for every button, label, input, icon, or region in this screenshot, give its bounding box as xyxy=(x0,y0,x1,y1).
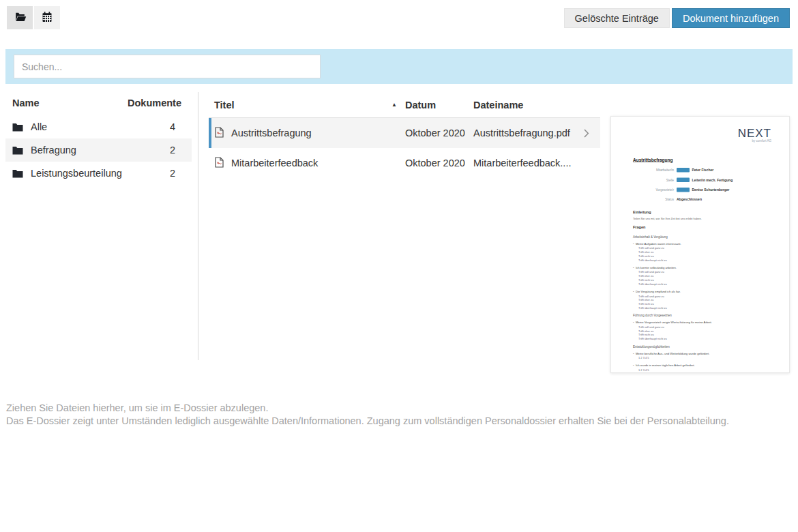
question-item: •Meine Vorgesetzte/r zeigte Wertschätzun… xyxy=(633,321,771,341)
search-banner xyxy=(5,49,793,84)
document-preview[interactable]: NEXT by comfort AG Austrittsbefragung Mi… xyxy=(610,116,790,373)
einleitung-text: Teilen Sie uns mit, wie Sie Ihre Zeit be… xyxy=(633,217,771,220)
document-title: Austrittsbefragung xyxy=(231,128,312,138)
question-group: Entwicklungsmöglichkeiten •Meine berufli… xyxy=(633,344,771,372)
folder-panel: Name Dokumente Alle 4 Befragung 2 Leistu… xyxy=(5,92,198,360)
fragen-heading: Fragen xyxy=(633,225,771,229)
question-list: •Meine berufliche Aus- und Weiterbildung… xyxy=(633,351,771,372)
folder-list-item[interactable]: Leistungsbeurteilung 2 xyxy=(5,162,192,185)
calendar-view-button[interactable] xyxy=(34,6,60,29)
preview-field-value: Abgeschlossen xyxy=(677,198,702,202)
folder-icon xyxy=(12,146,24,155)
question-text: •Meine berufliche Aus- und Weiterbildung… xyxy=(633,351,771,355)
hint-block: Ziehen Sie Dateien hierher, um sie im E-… xyxy=(6,402,729,427)
document-row[interactable]: Mitarbeiterfeedback Oktober 2020 Mitarbe… xyxy=(209,148,600,178)
next-logo: NEXT xyxy=(633,127,771,138)
document-table: Titel ▲ Datum Dateiname Austrittsbefragu… xyxy=(209,92,600,178)
dropzone-hint: Ziehen Sie Dateien hierher, um sie im E-… xyxy=(6,402,729,415)
e-dossier-app: Gelöschte Einträge Dokument hinzufügen N… xyxy=(0,0,798,532)
chevron-right-icon[interactable] xyxy=(578,129,595,138)
folder-open-icon xyxy=(14,12,27,25)
folder-list-item[interactable]: Alle 4 xyxy=(5,115,192,138)
question-list: •Meine Vorgesetzte/r zeigte Wertschätzun… xyxy=(633,321,771,341)
document-title-cell: Mitarbeiterfeedback xyxy=(209,157,400,170)
question-text: •Ich wurde in meiner täglichen Arbeit ge… xyxy=(633,364,771,367)
preview-field-row: Vorgesetzte/r Denise Schurtenberger xyxy=(633,188,771,192)
column-header-dateiname[interactable]: Dateiname xyxy=(468,100,578,110)
preview-field-value: Leiter/in mech. Fertigung xyxy=(692,178,733,182)
document-row[interactable]: Austrittsbefragung Oktober 2020 Austritt… xyxy=(209,118,600,148)
folder-icon xyxy=(12,123,24,132)
preview-field-row: Status Abgeschlossen xyxy=(633,198,771,202)
question-text: •Meine Aufgaben waren interessant. xyxy=(633,242,771,246)
sort-asc-icon: ▲ xyxy=(391,102,397,108)
preview-field-label: Status xyxy=(633,198,674,201)
question-item: •Meine Aufgaben waren interessant.Trifft… xyxy=(633,242,771,263)
folder-list-item[interactable]: Befragung 2 xyxy=(5,138,192,162)
question-text: •Ich konnte selbständig arbeiten. xyxy=(633,266,771,269)
document-title: Mitarbeiterfeedback xyxy=(231,158,318,168)
question-option: Trifft überhaupt nicht zu xyxy=(638,258,771,262)
preview-field-value: Denise Schurtenberger xyxy=(692,188,730,192)
folder-list: Alle 4 Befragung 2 Leistungsbeurteilung … xyxy=(5,115,198,185)
einleitung-heading: Einleitung xyxy=(633,210,771,214)
question-list: •Meine Aufgaben waren interessant.Trifft… xyxy=(633,242,771,310)
document-date: Oktober 2020 xyxy=(400,158,468,168)
add-document-button[interactable]: Dokument hinzufügen xyxy=(672,8,790,28)
folder-label: Leistungsbeurteilung xyxy=(31,168,170,179)
document-date: Oktober 2020 xyxy=(400,128,468,138)
next-logo-subtitle: by comfort AG xyxy=(633,139,771,143)
toolbar-actions: Gelöschte Einträge Dokument hinzufügen xyxy=(564,8,790,28)
folder-view-button[interactable] xyxy=(7,6,33,29)
document-title-cell: Austrittsbefragung xyxy=(211,127,400,140)
preview-field-label: Mitarbeiter/in xyxy=(633,168,674,172)
folders-count-header: Dokumente xyxy=(128,98,181,108)
preview-title: Austrittsbefragung xyxy=(633,158,771,163)
table-header: Titel ▲ Datum Dateiname xyxy=(209,92,600,118)
preview-field-row: Stelle Leiter/in mech. Fertigung xyxy=(633,178,771,183)
question-option: 1 2 3 4 5 xyxy=(638,368,771,372)
folder-count: 2 xyxy=(170,168,175,179)
preview-field-label: Vorgesetzte/r xyxy=(633,188,674,192)
column-header-datum[interactable]: Datum xyxy=(400,100,468,110)
question-option: Trifft überhaupt nicht zu xyxy=(638,337,771,341)
preview-field-chip xyxy=(677,168,690,173)
document-rows: Austrittsbefragung Oktober 2020 Austritt… xyxy=(209,118,600,178)
column-header-titel[interactable]: Titel ▲ xyxy=(209,100,400,110)
question-group-heading: Arbeitsinhalt & Vergütung xyxy=(633,235,771,239)
document-filename: Mitarbeiterfeedback.... xyxy=(468,158,578,168)
preview-logo: NEXT by comfort AG xyxy=(633,127,771,143)
question-group-heading: Entwicklungsmöglichkeiten xyxy=(633,344,771,348)
document-filename: Austrittsbefragung.pdf xyxy=(468,128,578,138)
question-item: •Ich wurde in meiner täglichen Arbeit ge… xyxy=(633,364,771,372)
view-switch xyxy=(7,6,60,29)
search-input[interactable] xyxy=(14,55,321,78)
question-text: •Meine Vorgesetzte/r zeigte Wertschätzun… xyxy=(633,321,771,324)
deleted-entries-button[interactable]: Gelöschte Einträge xyxy=(564,8,670,28)
preview-field-chip xyxy=(677,188,690,192)
question-group-heading: Führung durch Vorgesetzten xyxy=(633,314,771,317)
folder-panel-header: Name Dokumente xyxy=(5,92,198,115)
question-group: Arbeitsinhalt & Vergütung •Meine Aufgabe… xyxy=(633,235,771,310)
preview-fields: Mitarbeiter/in Peter Fischer Stelle Leit… xyxy=(633,168,771,207)
question-option: Trifft überhaupt nicht zu xyxy=(638,282,771,286)
folder-icon xyxy=(12,169,24,178)
preview-field-chip xyxy=(677,178,690,183)
folders-name-header: Name xyxy=(12,98,40,108)
folder-label: Befragung xyxy=(31,145,170,156)
folder-count: 4 xyxy=(170,121,175,132)
dossier-access-note: Das E-Dossier zeigt unter Umständen ledi… xyxy=(6,415,729,428)
question-group: Führung durch Vorgesetzten •Meine Vorges… xyxy=(633,314,771,341)
preview-field-value: Peter Fischer xyxy=(692,168,714,173)
folder-label: Alle xyxy=(31,121,170,132)
question-option: Trifft überhaupt nicht zu xyxy=(638,306,771,310)
question-option: 1 2 3 4 5 xyxy=(638,356,771,360)
question-item: •Meine berufliche Aus- und Weiterbildung… xyxy=(633,351,771,359)
pdf-file-icon xyxy=(214,157,224,170)
folder-count: 2 xyxy=(170,145,175,156)
titel-header-label: Titel xyxy=(214,100,235,110)
preview-field-label: Stelle xyxy=(633,178,674,181)
question-item: •Die Vergütung empfand ich als fair.Trif… xyxy=(633,290,771,310)
question-groups: Arbeitsinhalt & Vergütung •Meine Aufgabe… xyxy=(633,232,771,374)
question-item: •Ich konnte selbständig arbeiten.Trifft … xyxy=(633,266,771,286)
